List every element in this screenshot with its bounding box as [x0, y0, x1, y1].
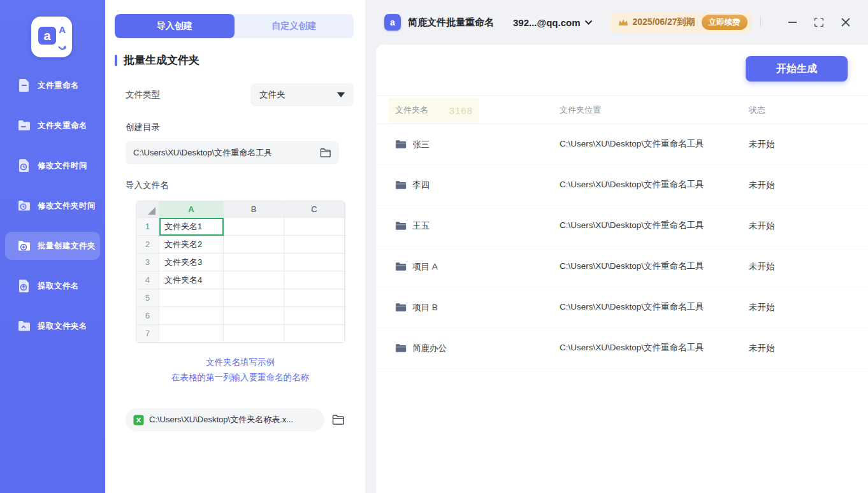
folder-icon [395, 180, 407, 190]
status-text: 未开始 [749, 343, 868, 354]
folder-name: 李四 [412, 180, 430, 191]
folder-icon [395, 262, 407, 271]
app-title: 简鹿文件批量重命名 [408, 17, 494, 29]
tab-import-create[interactable]: 导入创建 [115, 14, 235, 38]
results-card: 开始生成 3168 文件夹名 文件夹位置 状态 张三 C:\Users\XU\D… [376, 45, 868, 493]
status-text: 未开始 [749, 220, 868, 232]
minimize-button[interactable] [784, 14, 800, 31]
logo-swap-arrow-icon [58, 45, 67, 51]
sheet-cell: 文件夹名4 [159, 271, 224, 289]
folder-clock-icon [17, 198, 32, 213]
close-button[interactable] [837, 14, 854, 31]
sidebar-item-label: 提取文件夹名 [38, 321, 87, 332]
sheet-row-number: 5 [136, 289, 159, 307]
file-type-label: 文件类型 [126, 89, 160, 101]
browse-folder-icon[interactable] [320, 148, 331, 158]
app-mini-icon: a [384, 14, 401, 31]
sheet-cell [284, 307, 345, 325]
sheet-column-a-header: A [159, 201, 224, 218]
account-dropdown[interactable]: 392...@qq.com [513, 17, 593, 28]
sheet-row-number: 4 [136, 271, 159, 289]
file-clock-icon [17, 158, 32, 173]
sheet-cell [284, 289, 345, 307]
main-region: a 简鹿文件批量重命名 392...@qq.com 2025/06/27到期 立… [365, 0, 868, 493]
sheet-row-number: 7 [136, 325, 159, 343]
logo-a-icon: a [38, 27, 56, 45]
close-icon [841, 18, 850, 27]
excel-file-icon [133, 415, 144, 425]
renew-button[interactable]: 立即续费 [702, 15, 748, 30]
sheet-cell [224, 236, 284, 254]
sidebar-item-label: 批量创建文件夹 [38, 241, 96, 252]
sheet-cell [284, 325, 345, 343]
start-generate-button[interactable]: 开始生成 [746, 56, 848, 82]
account-email: 392...@qq.com [513, 17, 581, 28]
maximize-icon [814, 17, 824, 27]
expiry-date-text: 2025/06/27到期 [633, 17, 695, 28]
sheet-row-number: 6 [136, 307, 159, 325]
folder-path: C:\Users\XU\Desktop\文件重命名工具 [560, 341, 707, 355]
create-dir-value: C:\Users\XU\Desktop\文件重命名工具 [133, 147, 315, 159]
file-type-value: 文件夹 [259, 89, 337, 101]
sidebar-item-file-rename[interactable]: 文件重命名 [5, 71, 100, 99]
vip-expiry-badge: 2025/06/27到期 立即续费 [611, 12, 751, 32]
folder-name: 王五 [412, 220, 430, 232]
file-up-arrow-icon [17, 278, 32, 294]
tab-custom-create[interactable]: 自定义创建 [235, 14, 354, 38]
table-row: 项目 A C:\Users\XU\Desktop\文件重命名工具 未开始 [376, 246, 868, 287]
sheet-cell [284, 236, 345, 254]
caret-down-icon [337, 92, 345, 97]
sidebar-item-label: 修改文件夹时间 [38, 201, 96, 211]
sidebar-item-modify-file-time[interactable]: 修改文件时间 [5, 152, 100, 180]
maximize-button[interactable] [811, 14, 827, 31]
folders-table: 3168 文件夹名 文件夹位置 状态 张三 C:\Users\XU\Deskto… [376, 96, 868, 369]
sidebar-item-folder-rename[interactable]: 文件夹重命名 [5, 111, 100, 139]
sheet-cell [224, 307, 284, 325]
table-row: 张三 C:\Users\XU\Desktop\文件重命名工具 未开始 [376, 124, 868, 165]
status-text: 未开始 [749, 139, 868, 150]
folder-name: 简鹿办公 [412, 343, 447, 354]
column-header-status: 状态 [749, 104, 868, 116]
app-window: a A 文件重命名 文件夹重命名 [0, 0, 868, 493]
hint-example-title: 文件夹名填写示例 [126, 355, 355, 370]
sheet-cell [224, 325, 284, 343]
table-row: 简鹿办公 C:\Users\XU\Desktop\文件重命名工具 未开始 [376, 328, 868, 369]
sidebar-item-label: 文件重命名 [38, 80, 79, 91]
spreadsheet-example: A B C 1 文件夹名1 2 文件夹名2 3 [136, 201, 345, 343]
logo-capital-a: A [59, 24, 66, 35]
table-header-row: 3168 文件夹名 文件夹位置 状态 [376, 96, 868, 124]
table-row: 李四 C:\Users\XU\Desktop\文件重命名工具 未开始 [376, 165, 868, 206]
sidebar-item-extract-file-name[interactable]: 提取文件名 [5, 272, 100, 300]
sidebar-item-label: 提取文件名 [38, 281, 79, 292]
sheet-select-all-cell [136, 201, 159, 218]
folder-up-arrow-icon [17, 318, 32, 334]
folder-icon [17, 118, 32, 133]
create-dir-input[interactable]: C:\Users\XU\Desktop\文件重命名工具 [126, 141, 339, 164]
sheet-corner-triangle-icon [148, 207, 156, 215]
hint-instruction: 在表格的第一列输入要重命名的名称 [126, 370, 355, 385]
column-header-folder-location: 文件夹位置 [560, 104, 749, 116]
sheet-row-number: 2 [136, 236, 159, 254]
titlebar: a 简鹿文件批量重命名 392...@qq.com 2025/06/27到期 立… [365, 0, 868, 45]
sheet-cell [159, 307, 224, 325]
import-file-input[interactable]: C:\Users\XU\Desktop\文件夹名称表.x... [126, 408, 324, 431]
sheet-cell: 文件夹名2 [159, 236, 224, 254]
file-type-select[interactable]: 文件夹 [250, 83, 354, 106]
sidebar-item-modify-folder-time[interactable]: 修改文件夹时间 [5, 192, 100, 220]
folder-icon [395, 343, 407, 353]
browse-file-folder-icon[interactable] [332, 414, 345, 425]
folder-icon [395, 303, 407, 312]
chevron-down-icon [584, 20, 593, 25]
sidebar-item-extract-folder-name[interactable]: 提取文件夹名 [5, 312, 100, 340]
sidebar-item-batch-create-folder[interactable]: 批量创建文件夹 [5, 232, 100, 260]
folder-path: C:\Users\XU\Desktop\文件重命名工具 [560, 260, 707, 273]
sidebar-item-label: 修改文件时间 [38, 161, 87, 171]
sheet-cell: 文件夹名1 [159, 218, 224, 236]
sheet-cell [224, 289, 284, 307]
folder-path: C:\Users\XU\Desktop\文件重命名工具 [560, 301, 707, 314]
table-row: 项目 B C:\Users\XU\Desktop\文件重命名工具 未开始 [376, 287, 868, 328]
table-row: 王五 C:\Users\XU\Desktop\文件重命名工具 未开始 [376, 206, 868, 246]
sheet-cell [284, 254, 345, 271]
import-file-path: C:\Users\XU\Desktop\文件夹名称表.x... [149, 414, 317, 425]
sheet-cell [159, 325, 224, 343]
